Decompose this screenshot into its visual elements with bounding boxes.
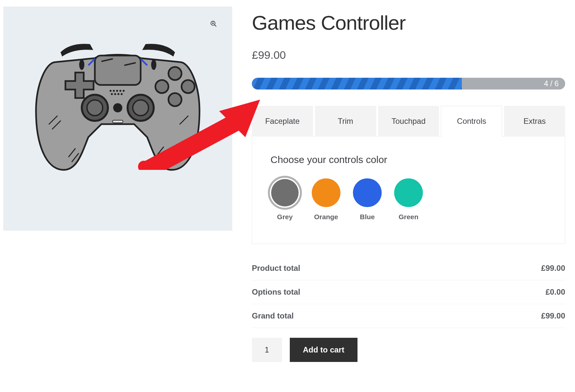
product-details: Games Controller £99.00 4 / 6 Faceplate … (252, 7, 572, 362)
swatch-orange[interactable]: Orange (312, 178, 340, 221)
svg-point-22 (119, 90, 121, 92)
controller-illustration (26, 39, 209, 176)
progress-bar: 4 / 6 (252, 78, 565, 90)
totals: Product total £99.00 Options total £0.00… (252, 256, 565, 328)
add-to-cart-button[interactable]: Add to cart (290, 338, 357, 362)
svg-point-20 (113, 90, 115, 92)
total-product-value: £99.00 (541, 264, 565, 273)
progress-label: 4 / 6 (544, 78, 559, 90)
swatch-circle-green (394, 178, 423, 207)
product-gallery (3, 7, 232, 362)
swatch-label-blue: Blue (360, 213, 375, 221)
svg-point-23 (123, 90, 125, 92)
svg-point-16 (133, 100, 148, 116)
swatch-row: Grey Orange Blue Green (270, 178, 547, 221)
swatch-label-green: Green (399, 213, 419, 221)
svg-point-8 (182, 80, 195, 93)
tab-controls[interactable]: Controls (441, 106, 502, 137)
total-options-value: £0.00 (546, 287, 565, 297)
total-grand-row: Grand total £99.00 (252, 304, 565, 328)
swatch-blue[interactable]: Blue (353, 178, 382, 221)
tab-extras[interactable]: Extras (504, 106, 565, 137)
swatch-circle-grey (271, 179, 299, 206)
svg-point-7 (168, 67, 182, 80)
svg-rect-18 (113, 120, 123, 123)
total-product-label: Product total (252, 264, 300, 273)
tab-strip: Faceplate Trim Touchpad Controls Extras (252, 106, 565, 137)
swatch-circle-orange (312, 178, 340, 207)
product-title: Games Controller (252, 11, 565, 34)
total-options-row: Options total £0.00 (252, 280, 565, 304)
svg-rect-4 (95, 56, 141, 85)
magnifier-plus-icon (210, 20, 217, 27)
swatch-grey[interactable]: Grey (270, 178, 299, 221)
svg-point-14 (87, 100, 103, 116)
svg-point-10 (155, 80, 168, 93)
swatch-circle-blue (353, 178, 382, 207)
tab-content: Choose your controls color Grey Orange B… (252, 136, 565, 244)
swatch-label-grey: Grey (277, 213, 293, 221)
tab-trim[interactable]: Trim (315, 106, 376, 137)
swatch-green[interactable]: Green (394, 178, 423, 221)
svg-point-21 (116, 90, 118, 92)
tab-faceplate[interactable]: Faceplate (252, 106, 313, 137)
total-grand-label: Grand total (252, 311, 294, 320)
svg-point-26 (117, 93, 119, 95)
total-options-label: Options total (252, 287, 300, 297)
svg-point-25 (114, 93, 116, 95)
svg-point-27 (121, 93, 123, 95)
tab-heading: Choose your controls color (270, 154, 547, 165)
svg-point-24 (111, 93, 113, 95)
total-grand-value: £99.00 (541, 311, 565, 320)
quantity-input[interactable] (252, 338, 282, 362)
svg-line-1 (215, 25, 217, 27)
progress-fill (252, 78, 462, 90)
svg-point-17 (113, 103, 122, 112)
zoom-button[interactable] (207, 18, 220, 30)
product-image-panel (3, 7, 232, 231)
swatch-label-orange: Orange (314, 213, 338, 221)
svg-point-19 (110, 90, 112, 92)
svg-point-11 (79, 59, 84, 70)
svg-point-12 (151, 59, 156, 70)
total-product-row: Product total £99.00 (252, 256, 565, 280)
product-price: £99.00 (252, 49, 565, 61)
cart-row: Add to cart (252, 338, 565, 362)
tab-touchpad[interactable]: Touchpad (378, 106, 439, 137)
svg-point-9 (168, 93, 182, 106)
